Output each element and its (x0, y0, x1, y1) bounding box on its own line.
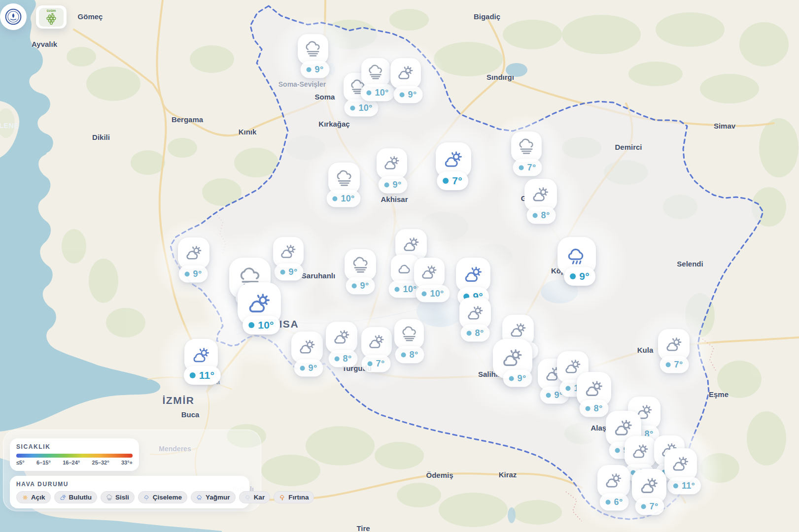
sun-icon (22, 494, 29, 501)
map-canvas[interactable]: GömeçAyvalıkBigadiçSındırgıDemirciSimavI… (0, 0, 799, 532)
weather-chips-row: AçıkBulutluSisliÇiselemeYağmurKarFırtına (16, 491, 243, 503)
uzum-layer-button[interactable]: üzüm (36, 5, 67, 29)
temperature-value: 6° (614, 497, 623, 507)
rain-weather-icon (566, 245, 588, 267)
temperature-tick: 33°+ (121, 460, 133, 466)
temperature-badge[interactable]: 9° (301, 61, 330, 78)
temperature-tick: 16–24° (63, 460, 80, 466)
weather-marker-partly[interactable] (664, 448, 697, 481)
partly-weather-icon (443, 150, 464, 170)
weather-marker-fog[interactable] (361, 58, 390, 87)
temperature-badge[interactable]: 7° (660, 356, 689, 373)
temperature-value: 8° (410, 350, 418, 360)
weather-marker-partly[interactable] (377, 148, 407, 179)
temperature-badge[interactable]: 9° (564, 267, 595, 286)
temperature-badge[interactable]: 10° (344, 100, 378, 117)
weather-marker-fog[interactable] (394, 319, 424, 349)
weather-marker-partly[interactable] (291, 332, 323, 363)
weather-chip-sisli[interactable]: Sisli (101, 491, 135, 503)
temperature-badge[interactable]: 9° (346, 277, 375, 295)
temperature-gradient-bar (16, 454, 133, 458)
temperature-badge[interactable]: 7° (362, 355, 391, 372)
grapes-icon (45, 12, 58, 25)
temperature-badge[interactable]: 8° (329, 350, 358, 367)
temperature-dot (394, 287, 399, 292)
weather-marker-partly[interactable] (178, 237, 209, 269)
temperature-value: 7° (650, 501, 659, 512)
temperature-badge[interactable]: 7° (513, 159, 542, 176)
temperature-value: 9° (518, 373, 526, 384)
partly-weather-icon (604, 472, 623, 491)
temperature-badge[interactable]: 7° (437, 171, 468, 190)
partly-weather-icon (298, 338, 316, 357)
chip-label: Sisli (115, 494, 129, 501)
weather-marker-partly[interactable] (361, 327, 392, 358)
temperature-legend-title: SICAKLIK (16, 443, 133, 450)
partly-weather-icon (639, 476, 660, 497)
temperature-badge[interactable]: 8° (580, 400, 609, 417)
temperature-badge[interactable]: 7° (635, 498, 664, 515)
weather-marker-partly[interactable] (326, 322, 357, 353)
partly-weather-icon (420, 264, 438, 282)
temperature-value: 10° (375, 88, 388, 98)
temperature-value: 9° (579, 270, 590, 282)
temperature-dot (509, 376, 514, 381)
temperature-badge[interactable]: 6° (600, 494, 629, 511)
temperature-badge[interactable]: 9° (394, 86, 423, 103)
temperature-badge[interactable]: 10° (360, 84, 394, 101)
weather-marker-fog[interactable] (328, 163, 360, 194)
temperature-value: 9° (315, 65, 324, 75)
temperature-badge[interactable]: 11° (667, 477, 701, 495)
temperature-dot (401, 352, 406, 357)
weather-chip-iseleme[interactable]: Çiseleme (138, 491, 187, 503)
partly-weather-icon (564, 358, 582, 376)
temperature-badge[interactable]: 8° (395, 346, 424, 364)
temperature-dot (384, 182, 389, 187)
temperature-dot (248, 322, 254, 328)
temperature-badge[interactable]: 9° (503, 370, 532, 387)
temperature-value: 10° (341, 194, 354, 204)
temperature-dot (352, 283, 357, 288)
temperature-dot (586, 406, 591, 411)
weather-marker-fog[interactable] (345, 249, 376, 281)
temperature-badge[interactable]: 9° (275, 264, 304, 281)
weather-marker-partly[interactable] (414, 258, 445, 288)
weather-marker-fog[interactable] (511, 132, 542, 162)
weather-chip-a-k[interactable]: Açık (16, 491, 51, 503)
temperature-value: 8° (343, 354, 352, 364)
temperature-dot (565, 386, 570, 391)
fog-weather-icon (518, 138, 535, 156)
weather-chip-ya-mur[interactable]: Yağmur (191, 491, 236, 503)
weather-chip-f-rt-na[interactable]: Fırtına (274, 491, 314, 503)
weather-marker-partly[interactable] (390, 58, 421, 89)
temperature-value: 9° (193, 269, 202, 279)
manisa-logo-button[interactable] (0, 3, 27, 30)
partly-weather-icon (463, 265, 484, 285)
fog-weather-icon (367, 64, 384, 81)
weather-chip-kar[interactable]: Kar (239, 491, 271, 503)
temperature-badge[interactable]: 11° (184, 366, 221, 385)
temperature-badge[interactable]: 9° (179, 266, 208, 283)
temperature-badge[interactable]: 9° (379, 176, 408, 194)
temperature-badge[interactable]: 8° (461, 325, 490, 342)
partly-weather-icon (631, 443, 650, 461)
chip-label: Bulutlu (69, 494, 92, 501)
temperature-badge[interactable]: 9° (294, 360, 323, 377)
temperature-badge[interactable]: 8° (527, 207, 556, 224)
weather-marker-partly[interactable] (625, 436, 656, 467)
temperature-value: 10° (403, 284, 417, 295)
partly-weather-icon (671, 455, 690, 474)
weather-chip-bulutlu[interactable]: Bulutlu (54, 491, 98, 503)
temperature-badge[interactable]: 10° (243, 316, 280, 334)
temperature-tick: 6–15° (36, 460, 51, 466)
temperature-dot (641, 504, 646, 509)
weather-marker-fog[interactable] (298, 34, 328, 65)
partly-weather-icon (466, 304, 485, 323)
temperature-badge[interactable]: 10° (326, 190, 360, 207)
temperature-dot (280, 269, 285, 274)
temperature-badge[interactable]: 10° (416, 285, 450, 302)
fog-weather-icon (401, 326, 418, 343)
partly-weather-icon (613, 418, 634, 439)
fog-icon (106, 494, 113, 501)
weather-marker-partly[interactable] (597, 465, 630, 498)
